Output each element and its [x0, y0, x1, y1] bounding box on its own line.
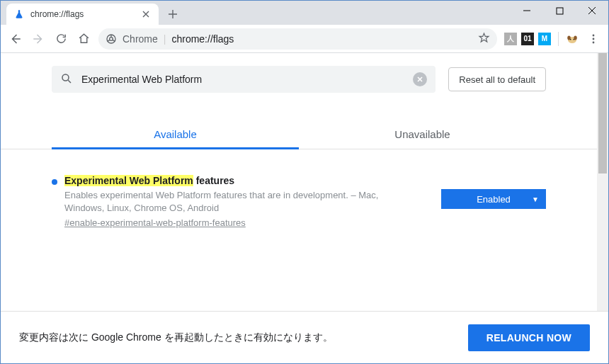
relaunch-button[interactable]: RELAUNCH NOW [468, 324, 590, 351]
chevron-down-icon: ▼ [532, 195, 539, 203]
svg-point-7 [574, 39, 575, 40]
tab-title: chrome://flags [30, 9, 140, 19]
svg-point-11 [62, 74, 69, 81]
home-button[interactable] [73, 28, 94, 50]
reload-button[interactable] [50, 28, 72, 50]
flag-description: Enables experimental Web Platform featur… [64, 189, 420, 215]
toolbar: Chrome | chrome://flags 人 01 M [1, 25, 608, 53]
tab-available[interactable]: Available [52, 121, 299, 149]
restart-message: 変更内容は次に Google Chrome を再起動したときに有効になります。 [19, 331, 333, 344]
flag-state-value: Enabled [477, 194, 511, 205]
titlebar: chrome://flags [1, 1, 608, 25]
vertical-scrollbar[interactable] [597, 53, 608, 311]
extension-pdf-icon[interactable]: 人 [504, 33, 517, 45]
extension-01-icon[interactable]: 01 [521, 33, 534, 45]
tab-unavailable[interactable]: Unavailable [299, 121, 546, 149]
maximize-button[interactable] [543, 1, 576, 21]
restart-bar: 変更内容は次に Google Chrome を再起動したときに有効になります。 … [1, 311, 608, 363]
browser-tab[interactable]: chrome://flags [6, 4, 159, 25]
extension-m-icon[interactable]: M [538, 33, 551, 45]
back-button[interactable] [5, 28, 26, 50]
reset-all-button[interactable]: Reset all to default [448, 67, 546, 91]
omnibox-origin: Chrome [123, 33, 158, 45]
content-area: Reset all to default Available Unavailab… [1, 53, 608, 311]
close-tab-icon[interactable] [140, 8, 152, 20]
omnibox-separator: | [164, 33, 166, 45]
svg-point-9 [593, 38, 595, 40]
flag-title-rest: features [193, 175, 234, 186]
menu-button[interactable] [583, 28, 604, 50]
svg-point-10 [593, 41, 595, 43]
star-icon[interactable] [478, 32, 490, 46]
svg-point-6 [570, 39, 571, 40]
extension-icons: 人 01 M [501, 32, 581, 46]
new-tab-button[interactable] [163, 4, 183, 24]
omnibox-path: chrome://flags [171, 33, 234, 45]
close-window-button[interactable] [576, 1, 608, 21]
flags-tabs: Available Unavailable [1, 121, 597, 149]
clear-search-icon[interactable] [413, 72, 427, 86]
flask-icon [13, 8, 25, 20]
flags-search-input[interactable] [80, 73, 413, 86]
minimize-button[interactable] [511, 1, 543, 21]
flag-title-highlight: Experimental Web Platform [64, 175, 193, 186]
scrollbar-thumb[interactable] [598, 53, 607, 174]
chrome-icon [106, 33, 117, 45]
flag-id-link[interactable]: #enable-experimental-web-platform-featur… [64, 217, 246, 228]
flag-title: Experimental Web Platform features [64, 175, 420, 186]
svg-rect-0 [557, 8, 563, 14]
svg-point-8 [593, 34, 595, 36]
omnibox[interactable]: Chrome | chrome://flags [98, 28, 497, 50]
window-controls [511, 1, 608, 21]
search-icon [60, 72, 73, 87]
flag-indicator-dot [52, 179, 57, 185]
svg-point-2 [110, 37, 113, 40]
page-content: Reset all to default Available Unavailab… [1, 53, 597, 311]
flag-state-select[interactable]: Enabled ▼ [441, 189, 546, 209]
flags-search-box[interactable] [52, 66, 436, 93]
browser-window: chrome://flags Chrome | chrome://flags [0, 0, 609, 364]
flag-item: Experimental Web Platform features Enabl… [1, 149, 597, 228]
extension-dog-icon[interactable] [566, 33, 579, 45]
forward-button[interactable] [28, 28, 49, 50]
toolbar-separator [558, 32, 559, 46]
